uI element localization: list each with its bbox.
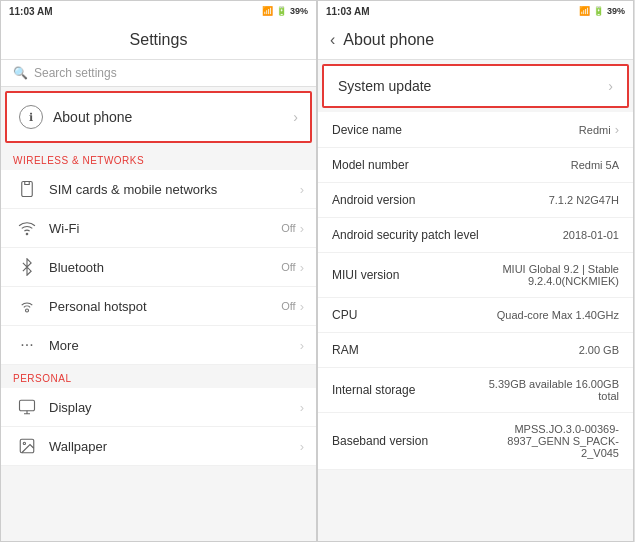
bluetooth-value: Off [281, 261, 295, 273]
search-placeholder: Search settings [34, 66, 117, 80]
baseband-label: Baseband version [332, 434, 479, 448]
android-version-label: Android version [332, 193, 549, 207]
left-time: 11:03 AM [9, 6, 53, 17]
security-patch-value: 2018-01-01 [563, 229, 619, 241]
hotspot-chevron: › [300, 299, 304, 314]
info-item-cpu: CPU Quad-core Max 1.40GHz [318, 298, 633, 333]
right-notification-icons: 📶 🔋 [579, 6, 604, 16]
storage-value: 5.39GB available 16.00GB total [479, 378, 619, 402]
about-phone-chevron: › [293, 109, 298, 125]
cpu-value: Quad-core Max 1.40GHz [497, 309, 619, 321]
right-time: 11:03 AM [326, 6, 370, 17]
miui-label: MIUI version [332, 268, 479, 282]
more-chevron: › [300, 338, 304, 353]
right-status-bar: 11:03 AM 📶 🔋 39% [318, 1, 633, 21]
wifi-icon [13, 219, 41, 237]
svg-rect-3 [20, 400, 35, 411]
storage-label: Internal storage [332, 383, 479, 397]
wallpaper-chevron: › [300, 439, 304, 454]
wallpaper-icon [13, 437, 41, 455]
system-update-item[interactable]: System update › [322, 64, 629, 108]
svg-point-5 [23, 442, 25, 444]
left-header-title: Settings [130, 31, 188, 48]
about-phone-icon: ℹ [19, 105, 43, 129]
device-name-label: Device name [332, 123, 579, 137]
about-phone-label: About phone [53, 109, 293, 125]
wallpaper-label: Wallpaper [49, 439, 300, 454]
right-header-title: About phone [343, 31, 434, 49]
info-item-device-name[interactable]: Device name Redmi › [318, 112, 633, 148]
right-battery-pct: 39% [607, 6, 625, 16]
settings-item-wifi[interactable]: Wi-Fi Off › [1, 209, 316, 248]
about-phone-item[interactable]: ℹ About phone › [5, 91, 312, 143]
svg-rect-0 [22, 182, 33, 197]
more-icon: ··· [13, 336, 41, 354]
device-name-value: Redmi [579, 124, 611, 136]
info-item-storage: Internal storage 5.39GB available 16.00G… [318, 368, 633, 413]
ram-label: RAM [332, 343, 579, 357]
info-item-security-patch: Android security patch level 2018-01-01 [318, 218, 633, 253]
wifi-chevron: › [300, 221, 304, 236]
ram-value: 2.00 GB [579, 344, 619, 356]
model-label: Model number [332, 158, 571, 172]
settings-item-sim[interactable]: SIM cards & mobile networks › [1, 170, 316, 209]
left-status-icons: 📶 🔋 39% [262, 6, 308, 16]
settings-item-wallpaper[interactable]: Wallpaper › [1, 427, 316, 466]
baseband-value: MPSS.JO.3.0-00369-8937_GENN S_PACK-2_V04… [479, 423, 619, 459]
wifi-value: Off [281, 222, 295, 234]
info-item-model: Model number Redmi 5A [318, 148, 633, 183]
right-phone-panel: 11:03 AM 📶 🔋 39% ‹ About phone System up… [317, 0, 634, 542]
settings-item-bluetooth[interactable]: Bluetooth Off › [1, 248, 316, 287]
system-update-chevron: › [608, 78, 613, 94]
right-content-scroll: Device name Redmi › Model number Redmi 5… [318, 112, 633, 541]
device-name-chevron: › [615, 122, 619, 137]
left-page-header: Settings [1, 21, 316, 60]
svg-point-1 [26, 233, 28, 235]
settings-item-more[interactable]: ··· More › [1, 326, 316, 365]
settings-item-hotspot[interactable]: Personal hotspot Off › [1, 287, 316, 326]
battery-pct: 39% [290, 6, 308, 16]
right-page-header: ‹ About phone [318, 21, 633, 60]
display-icon [13, 398, 41, 416]
bluetooth-chevron: › [300, 260, 304, 275]
search-icon: 🔍 [13, 66, 28, 80]
miui-value: MIUI Global 9.2 | Stable 9.2.4.0(NCKMIEK… [479, 263, 619, 287]
notification-icons: 📶 🔋 [262, 6, 287, 16]
system-update-label: System update [338, 78, 608, 94]
back-arrow-icon[interactable]: ‹ [330, 31, 335, 49]
model-value: Redmi 5A [571, 159, 619, 171]
sim-chevron: › [300, 182, 304, 197]
wifi-label: Wi-Fi [49, 221, 281, 236]
info-item-ram: RAM 2.00 GB [318, 333, 633, 368]
hotspot-label: Personal hotspot [49, 299, 281, 314]
cpu-label: CPU [332, 308, 497, 322]
settings-item-display[interactable]: Display › [1, 388, 316, 427]
section-wireless-header: WIRELESS & NETWORKS [1, 147, 316, 170]
bluetooth-label: Bluetooth [49, 260, 281, 275]
hotspot-icon [13, 297, 41, 315]
sim-icon [13, 180, 41, 198]
bluetooth-icon [13, 258, 41, 276]
section-personal-header: PERSONAL [1, 365, 316, 388]
search-bar[interactable]: 🔍 Search settings [1, 60, 316, 87]
security-patch-label: Android security patch level [332, 228, 563, 242]
hotspot-value: Off [281, 300, 295, 312]
right-status-icons: 📶 🔋 39% [579, 6, 625, 16]
display-label: Display [49, 400, 300, 415]
info-item-miui: MIUI version MIUI Global 9.2 | Stable 9.… [318, 253, 633, 298]
svg-point-2 [26, 309, 29, 312]
info-item-android-version: Android version 7.1.2 N2G47H [318, 183, 633, 218]
more-label: More [49, 338, 300, 353]
sim-label: SIM cards & mobile networks [49, 182, 300, 197]
left-status-bar: 11:03 AM 📶 🔋 39% [1, 1, 316, 21]
display-chevron: › [300, 400, 304, 415]
left-content-scroll: WIRELESS & NETWORKS SIM cards & mobile n… [1, 147, 316, 541]
android-version-value: 7.1.2 N2G47H [549, 194, 619, 206]
info-item-baseband: Baseband version MPSS.JO.3.0-00369-8937_… [318, 413, 633, 470]
left-phone-panel: 11:03 AM 📶 🔋 39% Settings 🔍 Search setti… [0, 0, 317, 542]
